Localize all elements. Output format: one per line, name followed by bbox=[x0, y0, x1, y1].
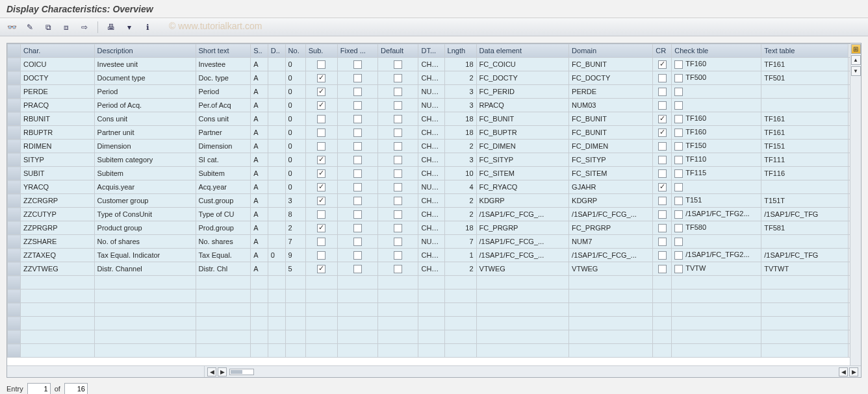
default-checkbox[interactable] bbox=[394, 129, 402, 137]
cell-sub[interactable] bbox=[305, 167, 337, 180]
cr-checkbox[interactable] bbox=[658, 129, 667, 137]
cell-dt[interactable]: CHAR bbox=[418, 112, 444, 126]
cell-no[interactable]: 3 bbox=[285, 194, 305, 208]
row-selector[interactable] bbox=[8, 180, 21, 194]
cell-cr[interactable] bbox=[653, 180, 672, 194]
fixed-checkbox[interactable] bbox=[353, 129, 362, 137]
cell-dataelem[interactable]: FC_BUPTR bbox=[476, 126, 569, 140]
cell-desc[interactable]: Distr. Channel bbox=[94, 262, 196, 276]
cell-short[interactable]: Acq.year bbox=[196, 180, 251, 194]
cr-checkbox[interactable] bbox=[658, 238, 667, 246]
cell-char[interactable]: ZZVTWEG bbox=[21, 262, 95, 276]
cell-cr[interactable] bbox=[653, 153, 672, 167]
cell-chktbl[interactable]: TF160 bbox=[672, 112, 761, 126]
cell-lngth[interactable]: 3 bbox=[444, 153, 476, 167]
col-header-dataelem[interactable]: Data element bbox=[476, 44, 569, 58]
cell-desc[interactable]: Dimension bbox=[94, 140, 196, 153]
default-checkbox[interactable] bbox=[394, 169, 402, 178]
cell-cr[interactable] bbox=[653, 208, 672, 221]
cell-txttbl[interactable]: T151T bbox=[761, 194, 849, 208]
cell-dt[interactable]: CHAR bbox=[418, 221, 444, 235]
row-selector[interactable] bbox=[8, 71, 21, 85]
cell-fixed[interactable] bbox=[337, 85, 377, 99]
cell-char[interactable]: ZZTAXEQ bbox=[21, 249, 95, 262]
cell-d[interactable] bbox=[268, 71, 285, 85]
cell-fixed[interactable] bbox=[337, 71, 377, 85]
cell-s[interactable]: A bbox=[251, 180, 268, 194]
cell-fixed[interactable] bbox=[337, 249, 377, 262]
default-checkbox[interactable] bbox=[394, 210, 402, 219]
cell-default[interactable] bbox=[378, 99, 418, 112]
col-header-default[interactable]: Default bbox=[378, 44, 418, 58]
cell-dataelem[interactable]: FC_BUNIT bbox=[476, 112, 569, 126]
cell-dt[interactable]: CHAR bbox=[418, 194, 444, 208]
sub-checkbox[interactable] bbox=[317, 115, 326, 123]
cell-short[interactable]: Prod.group bbox=[196, 221, 251, 235]
cell-lngth[interactable]: 18 bbox=[444, 112, 476, 126]
cell-desc[interactable]: Subitem bbox=[94, 167, 196, 180]
cell-txttbl[interactable]: /1SAP1/FC_TFG bbox=[761, 249, 849, 262]
table-row[interactable]: ZZSHARENo. of sharesNo. sharesA7NUMC7/1S… bbox=[8, 235, 861, 249]
cell-default[interactable] bbox=[378, 85, 418, 99]
cell-lngth[interactable]: 2 bbox=[444, 71, 476, 85]
cell-char[interactable]: COICU bbox=[21, 58, 95, 71]
hierarchy2-icon[interactable]: ⧈ bbox=[58, 20, 74, 34]
cell-lngth[interactable]: 3 bbox=[444, 85, 476, 99]
cell-no[interactable]: 0 bbox=[285, 180, 305, 194]
cell-desc[interactable]: Period of Acq. bbox=[94, 99, 196, 112]
cell-no[interactable]: 0 bbox=[285, 167, 305, 180]
info-icon[interactable]: ℹ bbox=[140, 20, 155, 34]
default-checkbox[interactable] bbox=[394, 224, 402, 232]
cell-dataelem[interactable]: FC_PRGRP bbox=[476, 221, 569, 235]
col-header-char[interactable]: Char. bbox=[21, 44, 95, 58]
default-checkbox[interactable] bbox=[394, 197, 402, 205]
cell-s[interactable]: A bbox=[251, 235, 268, 249]
cell-dataelem[interactable]: FC_DIMEN bbox=[476, 140, 569, 153]
cell-no[interactable]: 5 bbox=[285, 262, 305, 276]
fixed-checkbox[interactable] bbox=[353, 74, 362, 82]
cr-checkbox[interactable] bbox=[658, 210, 667, 219]
checktable-checkbox[interactable] bbox=[674, 129, 683, 137]
cell-dt[interactable]: CHAR bbox=[418, 58, 444, 71]
table-row[interactable]: RBUNITCons unitCons unitA0CHAR18FC_BUNIT… bbox=[8, 112, 861, 126]
row-selector[interactable] bbox=[8, 235, 21, 249]
cell-default[interactable] bbox=[378, 221, 418, 235]
cell-dt[interactable]: CHAR bbox=[418, 153, 444, 167]
cell-dt[interactable]: CHAR bbox=[418, 167, 444, 180]
cell-default[interactable] bbox=[378, 262, 418, 276]
cell-d[interactable] bbox=[268, 235, 285, 249]
checktable-checkbox[interactable] bbox=[674, 88, 683, 96]
checktable-checkbox[interactable] bbox=[674, 210, 683, 219]
cell-s[interactable]: A bbox=[251, 112, 268, 126]
cell-sub[interactable] bbox=[305, 194, 337, 208]
cell-sub[interactable] bbox=[305, 180, 337, 194]
hierarchy-icon[interactable]: ⧉ bbox=[40, 20, 56, 34]
entry-current-input[interactable] bbox=[27, 383, 51, 394]
table-row[interactable]: YRACQAcquis.yearAcq.yearA0NUMC4FC_RYACQG… bbox=[8, 180, 861, 194]
cell-no[interactable]: 9 bbox=[285, 249, 305, 262]
table-row[interactable]: PERDEPeriodPeriodA0NUMC3FC_PERIDPERDE bbox=[8, 85, 861, 99]
table-row[interactable]: ZZPRGRPProduct groupProd.groupA2CHAR18FC… bbox=[8, 221, 861, 235]
cell-sub[interactable] bbox=[305, 235, 337, 249]
cell-chktbl[interactable]: TF160 bbox=[672, 126, 761, 140]
hscroll2-left-icon[interactable]: ◀ bbox=[839, 367, 848, 376]
cell-short[interactable]: Type of CU bbox=[196, 208, 251, 221]
cell-no[interactable]: 7 bbox=[285, 235, 305, 249]
cell-dataelem[interactable]: FC_PERID bbox=[476, 85, 569, 99]
cell-short[interactable]: Cons unit bbox=[196, 112, 251, 126]
cell-s[interactable]: A bbox=[251, 262, 268, 276]
col-header-cr[interactable]: CR bbox=[653, 44, 672, 58]
row-selector[interactable] bbox=[8, 208, 21, 221]
cell-desc[interactable]: Acquis.year bbox=[94, 180, 196, 194]
cell-no[interactable]: 0 bbox=[285, 126, 305, 140]
sub-checkbox[interactable] bbox=[317, 265, 326, 273]
cell-sub[interactable] bbox=[305, 262, 337, 276]
cell-sub[interactable] bbox=[305, 85, 337, 99]
cell-sub[interactable] bbox=[305, 112, 337, 126]
glasses-icon[interactable]: 👓 bbox=[4, 20, 19, 34]
cell-char[interactable]: RBUPTR bbox=[21, 126, 95, 140]
cell-default[interactable] bbox=[378, 249, 418, 262]
cell-desc[interactable]: Customer group bbox=[94, 194, 196, 208]
cell-fixed[interactable] bbox=[337, 262, 377, 276]
fixed-checkbox[interactable] bbox=[353, 142, 362, 151]
